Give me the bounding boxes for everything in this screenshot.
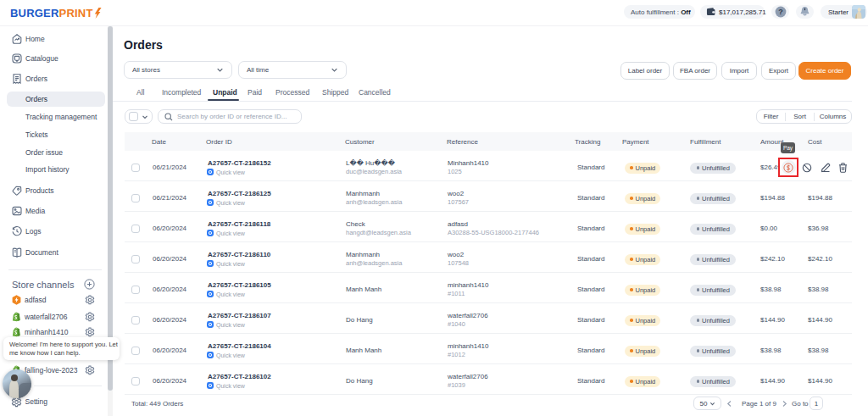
svg-text:?: ?: [778, 8, 783, 16]
